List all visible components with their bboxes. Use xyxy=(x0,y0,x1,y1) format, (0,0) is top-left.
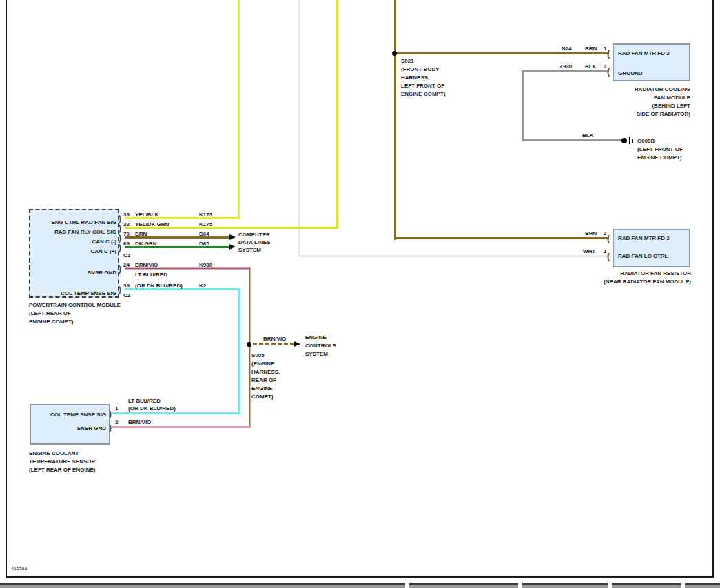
ground-g009b-symbol xyxy=(632,139,633,143)
splice-s005-desc: HARNESS, xyxy=(251,369,280,375)
computer-system-arrow xyxy=(229,234,236,240)
splice-s021-dot xyxy=(392,51,397,56)
wire-k2-vertical xyxy=(238,288,240,414)
wire-wht-to-resistor xyxy=(298,255,609,257)
pcm-pin69-bracket: ) xyxy=(119,243,121,252)
splice-s021-label: S021 xyxy=(401,58,414,64)
engine-system-arrow xyxy=(294,341,300,347)
pcm-pin70-bracket: ) xyxy=(119,234,121,242)
pcm-pin24-function: SNSR GND xyxy=(30,270,116,276)
splice-s005-desc: ENGINE xyxy=(251,385,273,392)
pcm-caption: (LEFT REAR OF xyxy=(29,310,71,316)
pcm-pin33-bracket: ) xyxy=(119,214,121,223)
wire-s005-dashed xyxy=(253,343,294,345)
fan-pin1-function: RAD FAN MTR FD 2 xyxy=(618,50,670,57)
pcm-caption: ENGINE COMPT) xyxy=(29,318,73,325)
pcm-pin24-number: 24 xyxy=(123,262,130,268)
wire-brn-trunk-vertical xyxy=(394,0,396,240)
pcm-connector-c1: C1 xyxy=(123,252,130,258)
splice-s005-desc: (ENGINE xyxy=(251,361,274,367)
pcm-pin39-number: 39 xyxy=(123,283,130,289)
pcm-connector-c2: C2 xyxy=(123,292,130,298)
computer-system-label: SYSTEM xyxy=(238,247,261,253)
circuit-k175: K175 xyxy=(199,221,212,227)
circuit-k2: K2 xyxy=(199,283,206,289)
resistor-caption: RADIATOR FAN RESISTOR xyxy=(553,270,691,276)
wire-s005-color-label: BRN/VIO xyxy=(263,336,286,342)
resistor-pin1-bracket: ( xyxy=(607,252,610,261)
engine-system-label: ENGINE xyxy=(305,334,327,341)
wire-z930-blk xyxy=(522,70,609,72)
wire-k900-color-label: BRN/VIO xyxy=(135,262,158,268)
wire-blk-vertical xyxy=(522,70,524,141)
bottom-panel-edge xyxy=(522,583,608,588)
splice-s005-label: S005 xyxy=(251,352,265,358)
fan-pin2-color: BLK xyxy=(585,63,596,70)
resistor-pin1-function: RAD FAN LO CTRL xyxy=(618,253,668,259)
pcm-pin69-number: 69 xyxy=(123,241,130,247)
splice-s005-desc: COMPT) xyxy=(251,394,274,400)
computer-system-arrow xyxy=(229,244,236,250)
wire-k900-vertical xyxy=(249,267,251,428)
splice-s021-desc: HARNESS, xyxy=(401,74,429,81)
pcm-pin70-number: 70 xyxy=(123,231,130,237)
pcm-pin70-function: CAN C (-) xyxy=(30,239,116,245)
computer-system-label: DATA LINES xyxy=(238,239,271,245)
resistor-pin2-color: BRN xyxy=(585,230,597,236)
splice-s021-desc: LEFT FRONT OF xyxy=(401,83,444,89)
ect-pin1-function: COL TEMP SNSE SIG xyxy=(32,412,106,418)
ect-pin1-color-1: LT BLU/RED xyxy=(128,398,161,404)
resistor-pin2-function: RAD FAN MTR FD 2 xyxy=(618,235,670,241)
ect-pin1-bracket: ) xyxy=(109,409,112,418)
bottom-panel-edge xyxy=(0,583,405,588)
ground-g009b-label: G009B xyxy=(637,138,655,144)
engine-system-label: SYSTEM xyxy=(305,351,328,357)
frame-bottom xyxy=(6,576,714,578)
pcm-pin32-function: RAD FAN RLY COIL SIG xyxy=(30,229,116,235)
wire-brn-to-resistor xyxy=(394,237,609,239)
ect-pin2-bracket: ) xyxy=(109,423,112,432)
fan-module-caption: (BEHIND LEFT xyxy=(553,103,690,109)
pcm-pin33-number: 33 xyxy=(123,212,130,218)
ect-pin2-number: 2 xyxy=(115,419,118,425)
fan-module-caption: FAN MODULE xyxy=(553,94,690,101)
bottom-panel-edge xyxy=(612,583,681,588)
fan-pin1-bracket: ( xyxy=(607,50,610,58)
pcm-pin32-number: 32 xyxy=(123,221,130,227)
ect-caption: (LEFT REAR OF ENGINE) xyxy=(29,467,95,473)
wiring-diagram-canvas: S021 (FRONT BODY HARNESS, LEFT FRONT OF … xyxy=(0,0,720,588)
resistor-pin1-color: WHT xyxy=(583,248,595,254)
fan-module-caption: SIDE OF RADIATOR) xyxy=(553,111,690,117)
ect-pin1-number: 1 xyxy=(115,405,118,412)
pcm-pin39-function: COL TEMP SNSE SIG xyxy=(30,290,116,296)
pcm-pin39-bracket: ) xyxy=(119,285,121,294)
bottom-panel-edge xyxy=(685,583,720,588)
wire-wht-vertical xyxy=(298,0,300,257)
splice-s005-desc: REAR OF xyxy=(251,377,276,383)
pcm-pin69-function: CAN C (+) xyxy=(30,248,116,254)
wire-blk-to-ground xyxy=(522,139,622,141)
fan-pin2-circuit: Z930 xyxy=(559,63,572,70)
ground-g009b-desc: (LEFT FRONT OF xyxy=(637,146,683,152)
ect-pin2-color: BRN/VIO xyxy=(128,419,151,425)
splice-s021-desc: ENGINE COMPT) xyxy=(401,91,445,97)
wire-k2-color-label-2: (OR DK BLU/RED) xyxy=(135,283,183,289)
resistor-pin1-number: 1 xyxy=(604,248,606,254)
pcm-caption: POWERTRAIN CONTROL MODULE xyxy=(29,302,121,308)
ect-pin2-function: SNSR GND xyxy=(32,425,106,432)
ect-pin1-color-2: (OR DK BLU/RED) xyxy=(128,405,176,412)
computer-system-label: COMPUTER xyxy=(238,232,270,238)
engine-system-label: CONTROLS xyxy=(305,343,336,349)
fan-pin1-circuit: N24 xyxy=(562,45,572,52)
circuit-d64: D64 xyxy=(199,231,209,237)
pcm-pin33-function: ENG CTRL RAD FAN SIG xyxy=(30,219,116,225)
wire-k900-to-sensor xyxy=(112,426,251,428)
resistor-pin2-number: 2 xyxy=(604,230,606,236)
splice-s021-desc: (FRONT BODY xyxy=(401,66,440,72)
ground-wire-color: BLK xyxy=(582,132,593,139)
wire-k2-color-label-1: LT BLU/RED xyxy=(135,272,167,278)
circuit-k900: K900 xyxy=(199,262,212,268)
frame-left xyxy=(6,0,7,578)
bottom-panel-edge xyxy=(409,583,518,588)
wire-d65-color-label: DK GRN xyxy=(135,241,157,247)
